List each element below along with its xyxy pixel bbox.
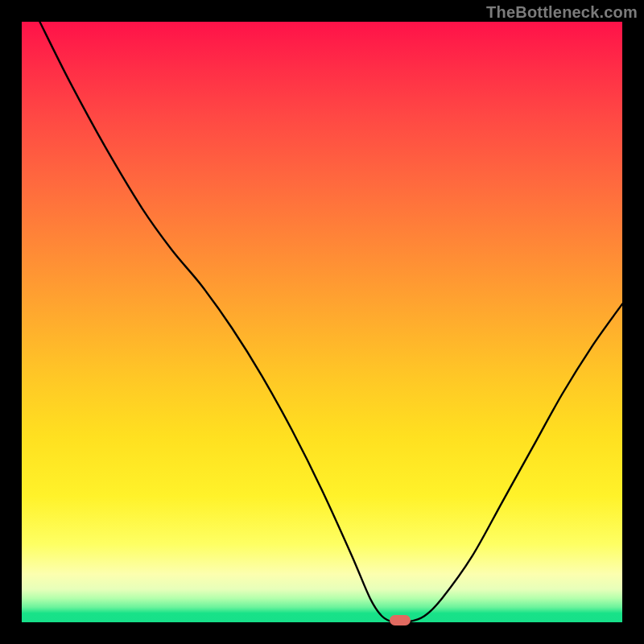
bottleneck-curve (39, 22, 622, 623)
optimal-marker (390, 615, 411, 625)
curve-layer (22, 22, 622, 622)
chart-frame: TheBottleneck.com (0, 0, 644, 644)
watermark-text: TheBottleneck.com (486, 3, 638, 22)
